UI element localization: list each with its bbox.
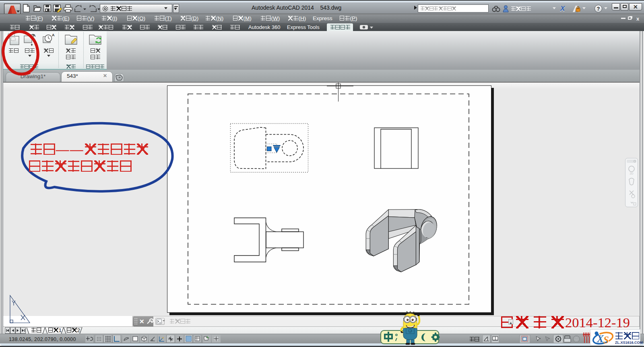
svg-text:S: S: [603, 335, 609, 345]
svg-text:2D: 2D: [630, 172, 634, 175]
